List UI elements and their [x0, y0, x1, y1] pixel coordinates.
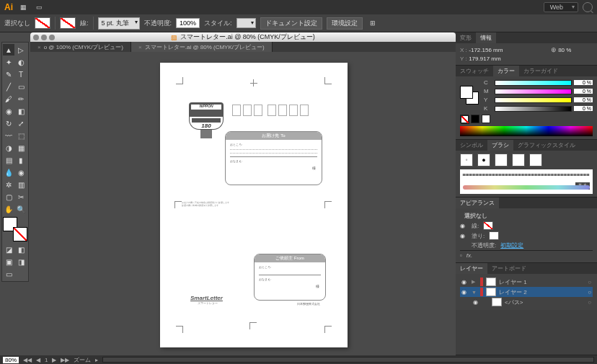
fill-swatch[interactable]: [489, 231, 499, 240]
brush-preset[interactable]: [512, 154, 525, 167]
color-chips[interactable]: [460, 115, 593, 123]
m-value[interactable]: 0 %: [574, 89, 593, 94]
appearance-stroke-row[interactable]: ◉ 線:: [460, 221, 593, 231]
layer-row[interactable]: ◉ ▼ レイヤー 2 ○: [460, 287, 593, 297]
tab-artboards[interactable]: アートボード: [487, 263, 531, 274]
tab-graphic-styles[interactable]: グラフィックスタイル: [513, 140, 580, 151]
artboard[interactable]: NIPPON 180 お届け先 To おところ: おなまえ: 様 ご依頼主 Fr…: [160, 63, 348, 347]
symbol-sprayer-tool[interactable]: ✲: [3, 179, 14, 190]
gradient-mode[interactable]: ◧: [15, 244, 27, 255]
tab-color[interactable]: カラー: [493, 66, 519, 76]
c-value[interactable]: 0 %: [574, 80, 593, 85]
graph-tool[interactable]: ▥: [15, 179, 27, 190]
visibility-icon[interactable]: ◉: [473, 299, 480, 306]
artboard-nav-prev1[interactable]: ◀: [36, 357, 40, 363]
arrange-icon[interactable]: ▭: [33, 1, 45, 13]
selection-tool[interactable]: ▲: [3, 44, 14, 56]
k-slider[interactable]: [495, 106, 572, 112]
width-tool[interactable]: 〰: [3, 130, 14, 141]
visibility-icon[interactable]: ◉: [460, 233, 467, 239]
scale-tool[interactable]: ⤢: [15, 117, 27, 129]
fill-stroke-picker[interactable]: [3, 217, 27, 241]
blob-brush-tool[interactable]: ◉: [3, 105, 14, 117]
appearance-fill-row[interactable]: ◉ 塗り:: [460, 231, 593, 241]
layer-row[interactable]: ◉ ▶ レイヤー 1 ○: [460, 277, 593, 287]
draw-mode[interactable]: ◨: [15, 256, 27, 267]
screen-mode[interactable]: ▣: [3, 256, 14, 267]
rotate-tool[interactable]: ↻: [3, 117, 14, 129]
fx-icon[interactable]: ▫: [460, 252, 462, 259]
opacity-field[interactable]: 100%: [176, 18, 200, 28]
bridge-icon[interactable]: ▦: [17, 1, 29, 13]
fx-text[interactable]: fx.: [466, 252, 472, 259]
zoom-field[interactable]: 80%: [3, 357, 19, 363]
direct-selection-tool[interactable]: ▷: [15, 44, 27, 56]
y-slider[interactable]: [495, 97, 572, 103]
expand-icon[interactable]: ▶: [472, 279, 477, 285]
m-slider[interactable]: [495, 89, 572, 94]
shape-builder-tool[interactable]: ◑: [3, 142, 14, 154]
document-tab[interactable]: × スマートレター.ai @ 80% (CMYK/プレビュー): [131, 42, 273, 52]
c-slider[interactable]: [495, 80, 572, 86]
tab-symbols[interactable]: シンボル: [456, 140, 487, 151]
close-tab-icon[interactable]: ×: [138, 44, 142, 50]
horizontal-scrollbar[interactable]: [102, 357, 594, 363]
search-icon[interactable]: [583, 2, 593, 12]
zoom-tool[interactable]: 🔍: [15, 203, 27, 215]
artboard-nav-prev[interactable]: ◀◀: [23, 357, 32, 363]
brush-preview[interactable]: 基本: [460, 169, 593, 194]
mesh-tool[interactable]: ▤: [3, 154, 14, 166]
spectrum-picker[interactable]: [460, 126, 593, 136]
tab-brushes[interactable]: ブラシ: [487, 140, 513, 151]
tab-swatches[interactable]: スウォッチ: [456, 66, 493, 76]
artboard-tool[interactable]: ▢: [3, 191, 14, 203]
brush-preset[interactable]: ●: [477, 154, 490, 167]
brush-preset[interactable]: [529, 154, 542, 167]
layer-row[interactable]: ◉ <パス> ○: [460, 297, 593, 307]
rectangle-tool[interactable]: ▭: [15, 81, 27, 92]
magic-wand-tool[interactable]: ✦: [3, 56, 14, 68]
workspace-switcher[interactable]: Web: [544, 2, 578, 12]
stroke-swatch[interactable]: [60, 17, 76, 29]
tab-appearance[interactable]: アピアランス: [456, 197, 499, 208]
brush-preset[interactable]: [495, 154, 508, 167]
line-tool[interactable]: ╱: [3, 81, 14, 92]
blend-tool[interactable]: ◉: [15, 167, 27, 178]
expand-icon[interactable]: ▼: [472, 290, 477, 295]
slice-tool[interactable]: ✂: [15, 191, 27, 203]
k-value[interactable]: 0 %: [574, 106, 593, 111]
tab-color-guide[interactable]: カラーガイド: [519, 66, 562, 76]
style-dropdown[interactable]: [236, 18, 257, 28]
stroke-color[interactable]: [13, 227, 27, 241]
stroke-swatch[interactable]: [483, 221, 493, 230]
color-mode[interactable]: ◪: [3, 244, 14, 255]
artboard-nav-next[interactable]: ▶▶: [61, 357, 69, 363]
y-value[interactable]: 0 %: [574, 97, 593, 102]
tab-transform[interactable]: 変形: [456, 32, 476, 43]
lasso-tool[interactable]: ◐: [15, 56, 27, 68]
change-screen-mode[interactable]: ▭: [3, 268, 14, 280]
tab-layers[interactable]: レイヤー: [456, 263, 487, 274]
perspective-tool[interactable]: ▦: [15, 142, 27, 154]
artboard-number[interactable]: 1: [45, 357, 48, 363]
brush-preset[interactable]: •: [460, 154, 473, 167]
visibility-icon[interactable]: ◉: [460, 223, 467, 229]
visibility-icon[interactable]: ◉: [461, 289, 469, 296]
free-transform-tool[interactable]: ⬚: [15, 130, 27, 141]
type-tool[interactable]: T: [15, 68, 27, 80]
traffic-lights[interactable]: [33, 35, 55, 40]
prefs-button[interactable]: 環境設定: [327, 17, 363, 30]
close-tab-icon[interactable]: ×: [37, 44, 41, 50]
pen-tool[interactable]: ✎: [3, 68, 14, 80]
canvas[interactable]: NIPPON 180 お届け先 To おところ: おなまえ: 様 ご依頼主 Fr…: [30, 52, 456, 355]
appearance-opacity-row[interactable]: 不透明度: 初期設定: [460, 241, 593, 250]
pencil-tool[interactable]: ✏: [15, 93, 27, 105]
doc-setup-button[interactable]: ドキュメント設定: [260, 17, 322, 30]
eyedropper-tool[interactable]: 💧: [3, 167, 14, 178]
fill-swatch[interactable]: [35, 17, 50, 29]
visibility-icon[interactable]: ◉: [461, 279, 469, 285]
document-tab[interactable]: × o @ 100% (CMYK/プレビュー): [30, 42, 131, 52]
align-icon[interactable]: ⊞: [367, 17, 379, 29]
brush-dropdown[interactable]: 5 pt. 丸筆: [98, 17, 140, 30]
tab-info[interactable]: 情報: [476, 32, 496, 43]
